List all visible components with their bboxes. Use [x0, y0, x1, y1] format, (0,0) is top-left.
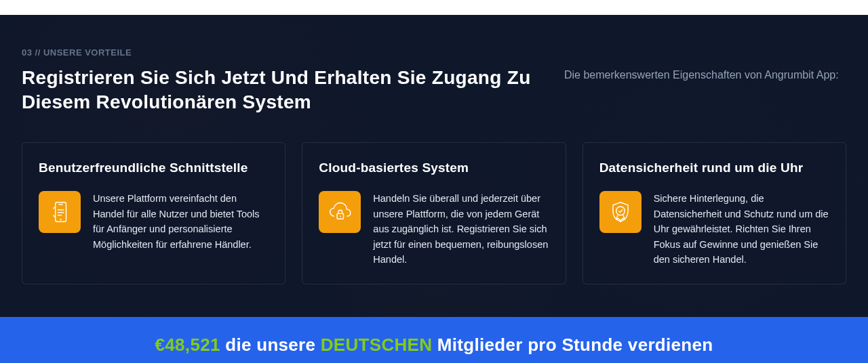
header-left: 03 // UNSERE VORTEILE Registrieren Sie S… [22, 47, 537, 115]
svg-point-7 [340, 216, 341, 217]
card-body: Sichere Hinterlegung, die Datensicherhei… [599, 191, 829, 267]
eyebrow: 03 // UNSERE VORTEILE [22, 47, 537, 58]
shield-badge-icon [599, 191, 642, 233]
card-title: Datensicherheit rund um die Uhr [599, 159, 829, 177]
stats-banner: €48,521 die unsere DEUTSCHEN Mitglieder … [0, 317, 868, 363]
card-desc: Unsere Plattform vereinfacht den Handel … [93, 191, 269, 252]
card-title: Cloud-basiertes System [319, 159, 549, 177]
svg-point-2 [60, 219, 61, 220]
banner-highlight: DEUTSCHEN [321, 335, 433, 355]
svg-point-8 [616, 207, 625, 216]
cards-row: Benutzerfreundliche Schnittstelle Unsere… [22, 142, 846, 284]
card-desc: Sichere Hinterlegung, die Datensicherhei… [654, 191, 829, 267]
top-spacer [0, 0, 868, 15]
benefits-section: 03 // UNSERE VORTEILE Registrieren Sie S… [0, 15, 868, 317]
card-interface: Benutzerfreundliche Schnittstelle Unsere… [22, 142, 285, 284]
card-title: Benutzerfreundliche Schnittstelle [39, 159, 269, 177]
banner-amount: €48,521 [155, 335, 220, 355]
header-right: Die bemerkenswerten Eigenschaften von An… [564, 47, 846, 115]
phone-icon [39, 191, 81, 233]
header-row: 03 // UNSERE VORTEILE Registrieren Sie S… [22, 47, 846, 115]
subtext: Die bemerkenswerten Eigenschaften von An… [564, 66, 846, 84]
banner-mid2: Mitglieder pro Stunde verdienen [432, 335, 713, 355]
card-security: Datensicherheit rund um die Uhr Sichere … [583, 142, 846, 284]
banner-text: €48,521 die unsere DEUTSCHEN Mitglieder … [22, 335, 846, 356]
card-cloud: Cloud-basiertes System Handeln Sie übera… [302, 142, 566, 284]
cloud-lock-icon [319, 191, 361, 233]
card-body: Handeln Sie überall und jederzeit über u… [319, 191, 549, 267]
banner-mid1: die unsere [220, 335, 321, 355]
card-desc: Handeln Sie überall und jederzeit über u… [373, 191, 549, 267]
headline: Registrieren Sie Sich Jetzt Und Erhalten… [22, 66, 537, 115]
card-body: Unsere Plattform vereinfacht den Handel … [39, 191, 269, 252]
